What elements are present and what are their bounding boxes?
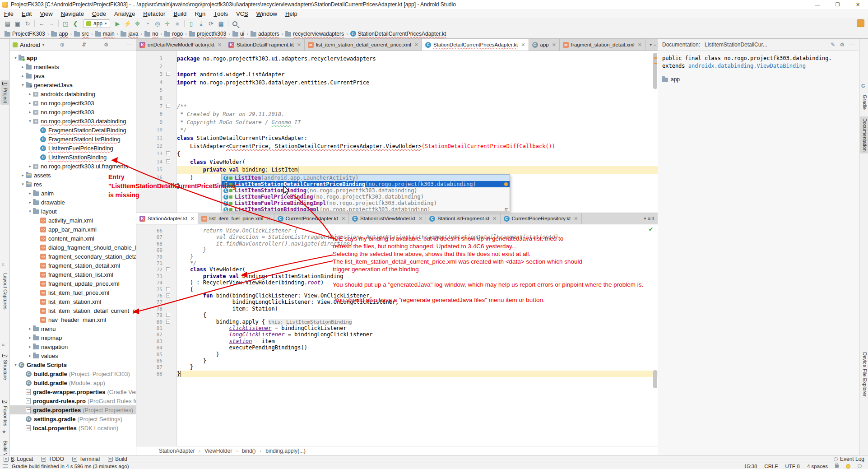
- feedback-smiley-icon[interactable]: [846, 464, 850, 469]
- tree-item-no-rogo-projectfk303-databinding[interactable]: ▾no.rogo.projectfk303.databinding: [10, 116, 136, 125]
- menu-analyze[interactable]: Analyze: [110, 9, 139, 18]
- tree-item-list-item-fuel-price-xml[interactable]: <>list_item_fuel_price.xml: [10, 288, 136, 297]
- chevron-expanded-icon[interactable]: ▾: [20, 83, 26, 87]
- stripe-device-file-explorer[interactable]: Device File Explorer: [860, 350, 868, 398]
- close-tab-icon[interactable]: ✕: [418, 216, 422, 222]
- menu-edit[interactable]: Edit: [18, 9, 36, 18]
- menu-view[interactable]: View: [36, 9, 56, 18]
- fold-marker-icon[interactable]: −: [166, 72, 170, 76]
- tree-item-gradle-wrapper-properties[interactable]: gradle-wrapper.properties(Gradle Version…: [10, 387, 136, 396]
- run-icon[interactable]: ▶: [113, 19, 123, 28]
- tab-stationadapter-kt[interactable]: KStationAdapter.kt✕: [136, 213, 198, 224]
- breadcrumb-stationdetailcurrentpricesadapter-kt[interactable]: CStationDetailCurrentPricesAdapter.kt: [349, 31, 447, 37]
- tab-stationlistviewmodel-kt[interactable]: CStationListViewModel.kt✕: [349, 213, 426, 224]
- tree-item-layout[interactable]: ▾layout: [10, 207, 136, 216]
- close-tab-icon[interactable]: ✕: [638, 42, 642, 48]
- chevron-collapsed-icon[interactable]: ▸: [27, 191, 33, 195]
- stripe-icon[interactable]: ⌗: [2, 262, 5, 268]
- menu-run[interactable]: Run: [190, 9, 209, 18]
- tab-stationdetailcurrentpricesadapter-kt[interactable]: CStationDetailCurrentPricesAdapter.kt✕: [422, 39, 529, 51]
- breadcrumb-adapters[interactable]: adapters: [250, 31, 280, 37]
- project-view-selector[interactable]: Android: [20, 42, 40, 48]
- close-tab-icon[interactable]: ✕: [492, 216, 497, 222]
- menu-vcs[interactable]: VCS: [232, 9, 252, 18]
- stop-icon[interactable]: ■: [172, 19, 182, 28]
- documentation-class-name[interactable]: ListItemStationDetailCur...: [705, 42, 767, 48]
- breadcrumb-no[interactable]: no: [144, 31, 159, 37]
- minimize-button[interactable]: —: [807, 0, 827, 9]
- chevron-expanded-icon[interactable]: ▾: [27, 209, 33, 214]
- tree-item-anim[interactable]: ▸anim: [10, 189, 136, 198]
- tree-item-app-bar-main-xml[interactable]: <>app_bar_main.xml: [10, 225, 136, 234]
- tree-item-settings-gradle[interactable]: Gsettings.gradle(Project Settings): [10, 414, 136, 423]
- tree-item-generatedjava[interactable]: ▾generatedJava: [10, 80, 136, 89]
- maximize-button[interactable]: ❐: [827, 0, 848, 9]
- run-window-icon[interactable]: ◳: [60, 19, 70, 28]
- readonly-lock-icon[interactable]: [835, 464, 839, 468]
- editor-bottom[interactable]: 66676869707172−737475−76−777879−80−81828…: [136, 224, 658, 446]
- tree-item-gradle-properties[interactable]: gradle.properties(Project Properties): [10, 405, 136, 414]
- completion-item-listitem[interactable]: CListItem (android.app.LauncherActivity): [222, 175, 510, 181]
- tab-app[interactable]: Gapp✕: [529, 39, 560, 51]
- breadcrumb-java[interactable]: java: [120, 31, 139, 37]
- tab-list-item-station-detail-current-price-xml[interactable]: <>list_item_station_detail_current_price…: [305, 39, 422, 51]
- tree-item-proguard-rules-pro[interactable]: proguard-rules.pro(ProGuard Rules for ap…: [10, 396, 136, 405]
- fold-marker-icon[interactable]: −: [166, 104, 170, 108]
- breadcrumb-recyclerviewadapters[interactable]: recyclerviewadapters: [284, 31, 345, 37]
- tree-item-fragment-station-detail-xml[interactable]: <>fragment_station_detail.xml: [10, 261, 136, 270]
- tree-item-no-rogo-projectfk303[interactable]: ▸no.rogo.projectfk303: [10, 98, 136, 107]
- tree-item-drawable[interactable]: ▸drawable: [10, 198, 136, 207]
- close-tab-icon[interactable]: ✕: [414, 42, 418, 48]
- stripe-icon[interactable]: ★: [2, 429, 6, 435]
- capture-tool-icon[interactable]: [857, 19, 864, 27]
- stripe-2-favorites[interactable]: 2: Favorites: [0, 399, 9, 428]
- tab-stationdetailfragment-kt[interactable]: KStationDetailFragment.kt✕: [225, 39, 305, 51]
- chevron-collapsed-icon[interactable]: ▸: [27, 164, 33, 168]
- event-log-button[interactable]: Event Log: [834, 456, 864, 462]
- coverage-icon[interactable]: ◎: [153, 19, 162, 28]
- close-tab-icon[interactable]: ✕: [341, 216, 345, 222]
- fold-marker-icon[interactable]: −: [166, 287, 170, 291]
- edit-icon[interactable]: ✎: [831, 42, 835, 48]
- chevron-collapsed-icon[interactable]: ▸: [27, 335, 33, 340]
- code-breadcrumb-1[interactable]: ViewHolder: [204, 448, 232, 454]
- project-structure-icon[interactable]: ▦: [216, 19, 226, 28]
- viewdatabinding-link[interactable]: androidx.databinding.ViewDataBinding: [688, 63, 806, 69]
- menu-build[interactable]: Build: [169, 9, 190, 18]
- menu-tools[interactable]: Tools: [209, 9, 232, 18]
- tree-item-menu[interactable]: ▸menu: [10, 324, 136, 333]
- debug-icon[interactable]: ❊: [133, 19, 143, 28]
- tree-item-no-rogo-projectfk303-ui-fragments[interactable]: ▸no.rogo.projectfk303.ui.fragments: [10, 162, 136, 171]
- tree-item-app[interactable]: ▾app: [10, 53, 136, 62]
- tree-item-fragment-station-list-xml[interactable]: <>fragment_station_list.xml: [10, 270, 136, 279]
- chevron-collapsed-icon[interactable]: ▸: [27, 101, 33, 105]
- tree-item-build-gradle[interactable]: Gbuild.gradle(Module: app): [10, 378, 136, 387]
- chevron-expanded-icon[interactable]: ▾: [20, 182, 26, 186]
- status-widget-crlf[interactable]: CRLF: [764, 464, 778, 469]
- tree-item-list-item-station-xml[interactable]: <>list_item_station.xml: [10, 297, 136, 306]
- close-tab-icon[interactable]: ✕: [552, 42, 556, 48]
- breadcrumb-ui[interactable]: ui: [232, 31, 245, 37]
- forward-icon[interactable]: →: [46, 19, 56, 28]
- close-button[interactable]: ✕: [848, 0, 868, 9]
- tree-item-manifests[interactable]: ▸manifests: [10, 62, 136, 71]
- completion-item-listitemstationbindingimpl[interactable]: CListItemStationBindingImpl (no.rogo.pro…: [222, 206, 510, 211]
- tree-item-res[interactable]: ▾res: [10, 180, 136, 189]
- toolwindow-button-build[interactable]: Build: [108, 456, 127, 462]
- code-breadcrumb-2[interactable]: bind(): [242, 448, 256, 454]
- breadcrumb-rogo[interactable]: rogo: [163, 31, 184, 37]
- tab-stationlistfragment-kt[interactable]: CStationListFragment.kt✕: [426, 213, 500, 224]
- chevron-collapsed-icon[interactable]: ▸: [20, 65, 26, 69]
- breadcrumb-projectfk303[interactable]: projectfk303: [188, 31, 227, 37]
- toolwindow-button-6-logcat[interactable]: 6: Logcat: [4, 456, 33, 462]
- tab-ondetailviewmodelfactory-kt[interactable]: KonDetailViewModelFactory.kt✕: [136, 39, 225, 51]
- collapse-all-icon[interactable]: ⇵: [80, 42, 88, 48]
- tree-item-assets[interactable]: ▸assets: [10, 171, 136, 180]
- tree-item-fragmentstationdetailbinding[interactable]: CFragmentStationDetailBinding: [10, 125, 136, 135]
- menu-code[interactable]: Code: [88, 9, 110, 18]
- stripe-1-project[interactable]: 1: Project: [0, 80, 9, 105]
- tree-item-navigation[interactable]: ▸navigation: [10, 342, 136, 351]
- completion-item-listitemfuelpricebinding[interactable]: CListItemFuelPriceBinding (no.rogo.proje…: [222, 194, 510, 200]
- close-tab-icon[interactable]: ✕: [521, 42, 525, 48]
- fold-marker-icon[interactable]: −: [166, 320, 170, 324]
